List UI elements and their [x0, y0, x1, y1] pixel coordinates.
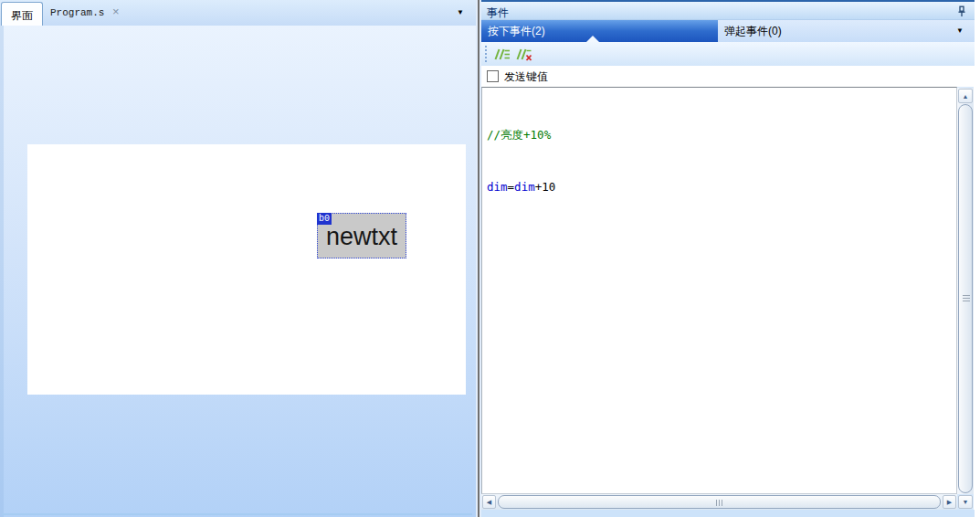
code-line: //亮度+10% — [487, 126, 952, 143]
code-token: +10 — [535, 180, 556, 194]
event-code-editor[interactable]: //亮度+10% dim=dim+10 — [481, 87, 957, 494]
code-line: dim=dim+10 — [487, 178, 952, 195]
horizontal-scrollbar[interactable]: ◀ ▶ — [481, 494, 957, 510]
scroll-right-icon[interactable]: ▶ — [943, 495, 956, 509]
thumb-grip — [716, 500, 723, 506]
code-token: = — [508, 180, 515, 194]
bottom-scroll-row: ◀ ▶ ▼ — [481, 494, 975, 510]
canvas-left-edge — [0, 26, 4, 517]
event-tabrow: 按下事件(2) 弹起事件(0) ▼ — [481, 20, 975, 42]
comment-delete-icon[interactable] — [512, 44, 534, 64]
pin-icon[interactable] — [954, 4, 970, 19]
design-canvas[interactable]: newtxt b0 — [0, 26, 476, 517]
scroll-up-icon[interactable]: ▲ — [958, 89, 973, 103]
tab-program-s[interactable]: Program.s — [50, 7, 104, 18]
splitter-line — [478, 0, 479, 517]
screen-artboard[interactable]: newtxt b0 — [27, 144, 466, 395]
horizontal-scroll-thumb[interactable] — [498, 495, 941, 509]
selected-tab-notch — [586, 36, 599, 42]
canvas-bottom-line — [2, 513, 472, 515]
send-key-checkbox[interactable] — [487, 70, 499, 82]
vertical-scroll-thumb[interactable] — [958, 104, 973, 493]
chevron-down-icon[interactable]: ▼ — [956, 20, 964, 42]
code-token: dim — [487, 180, 508, 194]
scroll-down-icon[interactable]: ▼ — [958, 495, 973, 509]
code-comment: //亮度+10% — [487, 128, 551, 142]
event-panel-header: 事件 — [481, 0, 975, 20]
designer-panel: 界面 Program.s × ▼ newtxt b0 — [0, 0, 476, 517]
panel-title: 事件 — [487, 5, 509, 21]
code-token: dim — [514, 180, 535, 194]
designer-tabstrip: 界面 Program.s × ▼ — [0, 0, 476, 26]
scroll-left-icon[interactable]: ◀ — [482, 495, 496, 509]
tab-interface[interactable]: 界面 — [1, 2, 43, 26]
button-widget-b0[interactable]: newtxt b0 — [317, 213, 406, 258]
comment-lines-icon[interactable] — [490, 44, 512, 64]
tab-release-event[interactable]: 弹起事件(0) — [724, 20, 782, 42]
hmi-editor-window: 界面 Program.s × ▼ newtxt b0 事件 — [0, 0, 980, 517]
send-key-label: 发送键值 — [504, 69, 548, 85]
vertical-scrollbar[interactable]: ▲ — [957, 88, 974, 494]
send-key-row: 发送键值 — [481, 66, 975, 87]
chevron-down-icon[interactable]: ▼ — [457, 8, 464, 16]
widget-id-badge: b0 — [317, 213, 332, 225]
panel-right-gutter — [974, 0, 980, 517]
code-toolbar — [481, 42, 975, 66]
thumb-grip — [963, 295, 970, 302]
event-panel: 事件 按下事件(2) 弹起事件(0) ▼ — [481, 0, 980, 517]
close-icon[interactable]: × — [112, 5, 120, 18]
tab-press-event[interactable]: 按下事件(2) — [481, 20, 718, 42]
toolbar-grip[interactable] — [485, 46, 487, 62]
panel-bottom-strip — [481, 510, 975, 517]
